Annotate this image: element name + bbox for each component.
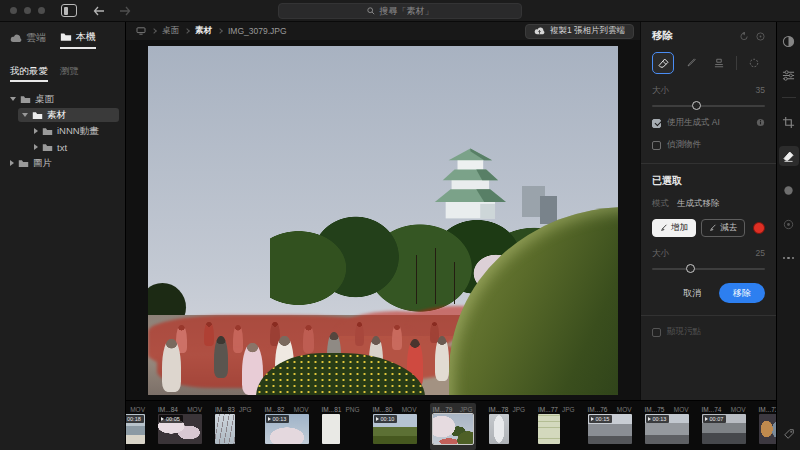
edit-tools-rail <box>776 22 800 450</box>
toggle-sidebar-icon[interactable] <box>61 4 77 17</box>
brush-size-slider[interactable] <box>652 268 765 270</box>
remove-eraser-tool[interactable] <box>652 52 674 74</box>
person <box>435 336 449 381</box>
filmstrip-thumb[interactable]: MOV 00:18 <box>126 405 145 450</box>
filmstrip-thumb[interactable]: IM...74MOV 00:07 <box>702 405 746 450</box>
eye-icon <box>782 218 795 231</box>
play-icon <box>376 417 379 421</box>
mode-value[interactable]: 生成式移除 <box>677 198 720 210</box>
filmstrip-thumb[interactable]: IM...83JPG <box>215 405 252 450</box>
copy-to-cloud-button[interactable]: 複製1 張相片到雲端 <box>525 24 634 39</box>
visualize-spots-checkbox[interactable] <box>652 328 661 337</box>
back-arrow-icon[interactable] <box>93 6 105 16</box>
reset-icon[interactable] <box>740 32 749 41</box>
tab-local[interactable]: 本機 <box>60 30 96 49</box>
red-eye-tool[interactable] <box>779 214 799 234</box>
tab-favorites[interactable]: 我的最愛 <box>10 65 48 82</box>
left-sidebar: 雲端 本機 我的最愛 瀏覽 桌面 <box>0 22 126 450</box>
sliders-icon <box>782 69 795 82</box>
filmstrip-thumb[interactable]: IM...76MOV 00:15 <box>588 405 632 450</box>
search-input[interactable]: 搜尋「素材」 <box>278 3 522 19</box>
tree-item-innn[interactable]: iNNN動畫 <box>30 124 119 138</box>
keywords-tag-icon[interactable] <box>783 426 795 444</box>
profile-tool[interactable] <box>779 31 799 51</box>
clone-tool[interactable] <box>708 52 730 74</box>
person <box>303 325 314 353</box>
window-controls[interactable] <box>10 7 45 14</box>
brush-size-label: 大小 <box>652 248 669 260</box>
tree-item-desktop[interactable]: 桌面 <box>6 92 119 106</box>
crop-tool[interactable] <box>779 112 799 132</box>
search-placeholder: 搜尋「素材」 <box>380 5 434 18</box>
remove-panel: 移除 <box>640 22 776 400</box>
remove-apply-button[interactable]: 移除 <box>719 283 765 303</box>
lasso-icon <box>748 57 760 69</box>
cloud-icon <box>10 34 22 43</box>
folder-icon <box>18 159 29 168</box>
mode-label: 模式 <box>652 198 669 210</box>
masking-tool[interactable] <box>779 180 799 200</box>
video-duration-badge: 00:05 <box>159 415 183 423</box>
image-canvas <box>126 40 640 400</box>
play-icon <box>591 417 594 421</box>
photo-preview[interactable] <box>148 46 618 395</box>
filmstrip-thumb-selected[interactable]: IM...79JPG <box>430 403 476 450</box>
filmstrip-thumb[interactable]: IM...84MOV 00:05 <box>158 405 202 450</box>
info-icon[interactable] <box>756 118 765 129</box>
filmstrip: MOV 00:18 IM...84MOV 00:05 IM...83JPG IM… <box>126 400 776 450</box>
breadcrumb-sucai[interactable]: 素材 <box>195 25 212 37</box>
visualize-spots-label: 顯現污點 <box>667 326 701 338</box>
forward-arrow-icon[interactable] <box>119 6 131 16</box>
mask-color-indicator[interactable] <box>753 222 765 234</box>
eraser-icon <box>782 150 795 163</box>
filmstrip-thumb[interactable]: IM...78JPG <box>489 405 526 450</box>
help-icon[interactable] <box>756 32 765 41</box>
breadcrumb-desktop[interactable]: 桌面 <box>162 25 179 37</box>
person <box>392 325 401 349</box>
add-brush-button[interactable]: 增加 <box>652 219 696 237</box>
folder-tree: 桌面 素材 iNNN動畫 txt <box>0 92 125 170</box>
video-duration-badge: 00:13 <box>266 415 290 423</box>
content-header: 桌面 素材 IMG_3079.JPG 複製1 張相片到雲端 <box>126 22 640 40</box>
heal-tool[interactable] <box>680 52 702 74</box>
breadcrumb-separator <box>151 28 157 34</box>
breadcrumb-filename: IMG_3079.JPG <box>228 26 287 36</box>
filmstrip-thumb[interactable]: IM...77JPG <box>538 405 575 450</box>
cherry-blossom-tree <box>148 70 425 328</box>
person <box>162 339 181 391</box>
tab-cloud[interactable]: 雲端 <box>10 31 46 48</box>
subtract-brush-button[interactable]: 減去 <box>701 219 745 237</box>
remove-tool[interactable] <box>779 146 799 166</box>
gen-ai-label: 使用生成式 AI <box>667 117 720 129</box>
folder-icon <box>42 127 53 136</box>
masking-circle-icon <box>782 184 795 197</box>
size-slider[interactable] <box>652 105 765 107</box>
clone-stamp-icon <box>713 57 725 69</box>
edit-tool[interactable] <box>779 65 799 85</box>
filmstrip-thumb[interactable]: IM...80MOV 00:10 <box>373 405 417 450</box>
filmstrip-thumb[interactable]: IM...81PNG <box>322 405 360 450</box>
tree-item-sucai[interactable]: 素材 <box>18 108 119 122</box>
cancel-button[interactable]: 取消 <box>677 286 707 301</box>
heal-brush-icon <box>685 57 697 69</box>
tree-item-pictures[interactable]: 圖片 <box>6 156 119 170</box>
detect-objects-checkbox[interactable] <box>652 141 661 150</box>
tree-trunk <box>454 262 456 304</box>
tree-item-txt[interactable]: txt <box>30 140 119 154</box>
object-select-tool[interactable] <box>743 52 765 74</box>
video-duration-badge: 00:13 <box>646 415 670 423</box>
device-icon <box>136 27 146 35</box>
breadcrumb: 桌面 素材 IMG_3079.JPG <box>136 25 287 37</box>
tab-browse[interactable]: 瀏覽 <box>60 65 79 82</box>
filmstrip-thumb[interactable]: IM...75MOV 00:13 <box>645 405 689 450</box>
chevron-down-icon <box>22 113 28 117</box>
video-duration-badge: 00:18 <box>126 415 144 423</box>
cloud-upload-icon <box>534 27 545 35</box>
person <box>355 322 364 346</box>
more-tools[interactable] <box>779 248 799 268</box>
filmstrip-thumb[interactable]: IM...73 <box>759 405 776 450</box>
person <box>233 325 243 353</box>
folder-icon <box>42 143 53 152</box>
filmstrip-thumb[interactable]: IM...82MOV 00:13 <box>265 405 309 450</box>
gen-ai-checkbox[interactable] <box>652 119 661 128</box>
